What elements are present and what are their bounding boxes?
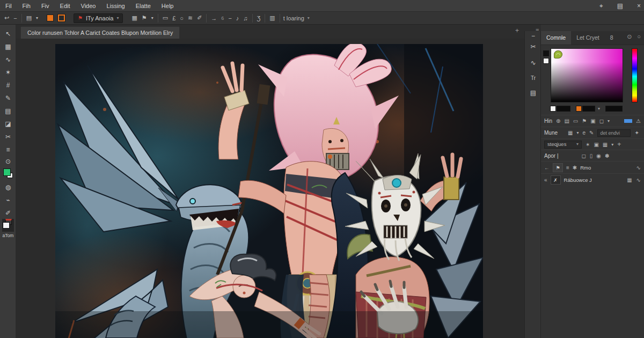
alert-icon[interactable]: ⚠ (636, 118, 641, 124)
eye-tool[interactable]: ◍ (0, 181, 16, 193)
menu-item-fih[interactable]: Fih (17, 0, 36, 12)
wand-tool[interactable]: ✶ (0, 67, 16, 78)
layer-flag-thumb[interactable]: ⚑ (553, 163, 563, 172)
close-icon[interactable]: × (637, 2, 641, 10)
share-icon[interactable]: ⌖ (599, 2, 603, 10)
menu-item-elatte[interactable]: Elatte (130, 0, 156, 12)
eraser-tool[interactable]: ◪ (0, 118, 16, 130)
menu-item-video[interactable]: Video (76, 0, 101, 12)
type-panel-icon[interactable]: Tr (525, 75, 541, 81)
menu-item-edit[interactable]: Edit (55, 0, 76, 12)
arrow-right-icon[interactable]: → (211, 15, 217, 21)
add-tab-icon[interactable]: + (515, 27, 519, 34)
swatch-black-3[interactable] (605, 106, 623, 112)
canvas-artwork[interactable] (55, 44, 483, 338)
menu-item-fil[interactable]: Fil (0, 0, 17, 12)
image-icon[interactable]: ▣ (590, 118, 595, 124)
note-icon[interactable]: ♪ (236, 15, 239, 21)
tool-preset-icon[interactable]: ▤ (26, 14, 32, 21)
history-icon[interactable]: ⊙ (627, 33, 632, 40)
strokes-tool-icon[interactable]: ≋ (188, 14, 193, 21)
search-icon[interactable]: ○ (637, 33, 641, 40)
circle-tool-icon[interactable]: ○ (180, 15, 184, 21)
collapse-minus-icon[interactable]: − (525, 32, 541, 40)
swatch-white[interactable] (550, 106, 556, 112)
pen-tool[interactable]: ⌁ (0, 194, 16, 206)
brush-flag-icon[interactable]: ⚑ (142, 14, 147, 21)
document-panel-icon[interactable]: ▤ (525, 89, 541, 97)
layer-row-rabuowce[interactable]: « ✗ Rábuowce J ▦ ∿ (541, 173, 644, 186)
curve-icon[interactable]: ∿ (636, 165, 641, 171)
color-swatch-filled[interactable] (47, 14, 54, 21)
move-tool[interactable]: ↖ (0, 28, 16, 40)
curve-tool-icon[interactable]: £ (172, 15, 175, 21)
swatch-orange[interactable] (576, 106, 582, 112)
marquee-tool[interactable]: ▦ (0, 41, 16, 53)
rectangle-tool-icon[interactable]: ▭ (163, 14, 168, 21)
pen-icon[interactable]: ✎ (589, 130, 594, 136)
curves-panel-icon[interactable]: ∿ (525, 59, 541, 67)
pin-tool-icon[interactable]: ✐ (197, 14, 202, 21)
save-icon[interactable]: ▤ (564, 118, 569, 124)
mini-swatch-white[interactable] (543, 58, 549, 64)
chevron-down-icon[interactable]: ▾ (611, 142, 613, 147)
menu-item-lissing[interactable]: Lissing (101, 0, 130, 12)
e-icon[interactable]: e (582, 130, 586, 136)
b-icon[interactable]: ▣ (594, 142, 598, 148)
brush-tool[interactable]: ✐ (0, 207, 16, 219)
steqjues-dropdown[interactable]: steqjues ▾ (544, 141, 582, 149)
cut-panel-icon[interactable]: ✂ (525, 43, 541, 50)
menu-item-help[interactable]: Help (156, 0, 179, 12)
swatch-black-1[interactable] (557, 106, 570, 112)
swatch-black-2[interactable] (582, 106, 595, 112)
accent-blue-chip[interactable] (624, 119, 632, 123)
color-swatch-outline[interactable] (58, 14, 65, 21)
chevron-down-icon[interactable]: ▾ (598, 106, 600, 111)
chevron-down-icon[interactable]: ▾ (151, 16, 153, 20)
notes-icon[interactable]: ♫ (243, 15, 247, 21)
workspace-menu-icon[interactable]: ▤ (617, 2, 623, 10)
color-swatches-button[interactable] (2, 219, 14, 232)
undo-icon[interactable]: ↩ (4, 14, 9, 21)
chevron-down-icon[interactable]: ▾ (576, 130, 579, 135)
grid-icon[interactable]: ▦ (568, 130, 573, 136)
crop-tool[interactable]: # (0, 79, 16, 91)
dodge-tool[interactable]: ⊙ (0, 156, 16, 167)
screen-icon[interactable]: ▭ (573, 118, 578, 124)
box-icon[interactable]: ◻ (599, 118, 604, 124)
back-arrow-icon[interactable]: « (544, 177, 547, 183)
fx-icon[interactable]: ✦ (634, 130, 639, 136)
square-icon[interactable]: ◻ (582, 153, 586, 159)
grid-icon[interactable]: ▦ (131, 14, 137, 21)
tab-comnle[interactable]: Comnle (541, 31, 571, 45)
link-icon[interactable]: ⊕ (556, 118, 560, 124)
workspace-dropdown[interactable]: t loaring ▾ (280, 15, 313, 21)
brush-preset-dropdown[interactable]: ⚑ ITy Anaoia ▾ (74, 13, 123, 23)
tab-let-cryet[interactable]: Let Cryet (571, 31, 605, 45)
lines-tool[interactable]: ≡ (0, 144, 16, 156)
layer-row-rmo[interactable]: ← ⚑ ≡ ✱ Rmo ∿ (541, 161, 644, 173)
stamp-tool[interactable]: ▤ (0, 105, 16, 117)
flag-icon[interactable]: ⚑ (582, 118, 587, 124)
chart-icon[interactable]: ▥ (269, 14, 275, 21)
curve-icon[interactable]: ∿ (636, 177, 641, 183)
visibility-icon[interactable]: ◉ (596, 153, 601, 159)
color-picker-hue-bar[interactable] (632, 48, 638, 102)
scissors-tool[interactable]: ✂ (0, 131, 16, 143)
eb-icon[interactable]: ▦ (603, 142, 608, 148)
layer-x-thumb[interactable]: ✗ (551, 175, 561, 185)
lasso-tool[interactable]: ∿ (0, 54, 16, 65)
menu-item-fiv[interactable]: Fiv (36, 0, 55, 12)
brush-icon[interactable]: ✶ (586, 142, 590, 148)
chevron-down-icon[interactable]: ▾ (608, 119, 610, 123)
mini-swatch-black[interactable] (543, 50, 549, 56)
clef-icon[interactable]: Ʒ (257, 15, 261, 21)
lock-icon[interactable]: ▯ (590, 153, 593, 159)
back-arrow-icon[interactable]: ← (544, 165, 550, 171)
document-tab[interactable]: Color runusen Tchlor A Carict Coates Blu… (20, 26, 180, 39)
mune-field[interactable]: det endvi (597, 129, 631, 137)
effects-icon[interactable]: ✽ (605, 153, 609, 159)
chevron-down-icon[interactable]: ▾ (36, 16, 38, 20)
eyedropper-tool[interactable]: ✎ (0, 92, 16, 104)
foreground-swatch-green[interactable] (3, 168, 11, 176)
